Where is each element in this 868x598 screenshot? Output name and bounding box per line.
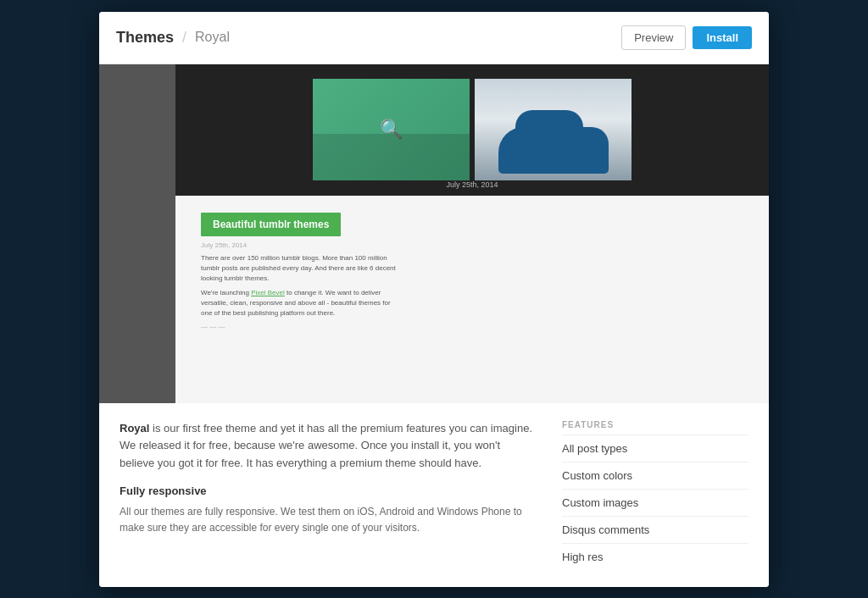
- car-green-image: 🔍: [313, 79, 470, 180]
- car-images: 🔍: [175, 64, 769, 196]
- modal-body: Royal is our first free theme and yet it…: [99, 403, 769, 587]
- install-button[interactable]: Install: [693, 26, 752, 49]
- themes-title: Themes: [116, 29, 174, 47]
- image-timestamp: July 25th, 2014: [446, 180, 498, 189]
- post-link[interactable]: Pixel Bevel: [251, 289, 285, 296]
- intro-text: is our first free theme and yet it has a…: [120, 422, 532, 470]
- section-title: Fully responsive: [120, 484, 537, 497]
- preview-button[interactable]: Preview: [621, 25, 686, 50]
- feature-label-5: High res: [562, 551, 603, 563]
- header-separator: /: [182, 29, 186, 47]
- post-text-2: We're launching Pixel Bevel to change it…: [201, 288, 396, 318]
- feature-label-1: All post types: [562, 442, 627, 455]
- feature-label-3: Custom images: [562, 496, 638, 509]
- preview-top: 🔍 July 25th, 2014: [175, 64, 769, 196]
- description-text: Royal is our first free theme and yet it…: [120, 420, 537, 473]
- car-silhouette: [498, 127, 609, 174]
- preview-bottom: Beautiful tumblr themes July 25th, 2014 …: [175, 196, 769, 403]
- modal-header: Themes / Royal Preview Install: [99, 12, 769, 64]
- feature-item-5: High res: [562, 544, 748, 570]
- description: Royal is our first free theme and yet it…: [120, 420, 537, 570]
- theme-name: Royal: [195, 30, 230, 45]
- preview-area: 🔍 July 25th, 2014 Beautiful tumblr theme…: [99, 64, 769, 403]
- feature-item-1: All post types: [562, 435, 748, 462]
- header-buttons: Preview Install: [621, 25, 752, 50]
- header-left: Themes / Royal: [116, 29, 230, 47]
- search-icon: 🔍: [380, 119, 403, 141]
- feature-label-4: Disqus comments: [562, 523, 649, 536]
- features-panel: FEATURES All post types Custom colors Cu…: [562, 420, 748, 570]
- features-title: FEATURES: [562, 420, 748, 435]
- feature-item-4: Disqus comments: [562, 517, 748, 544]
- feature-item-3: Custom images: [562, 490, 748, 517]
- feature-item-2: Custom colors: [562, 462, 748, 490]
- post-text-1: There are over 150 million tumblr blogs.…: [201, 253, 396, 284]
- sidebar-stub: [99, 64, 175, 403]
- post-footer: — — —: [201, 323, 743, 330]
- feature-label-2: Custom colors: [562, 469, 632, 482]
- theme-name-bold: Royal: [120, 422, 149, 435]
- car-photo-image: [475, 79, 632, 180]
- post-date: July 25th, 2014: [201, 241, 743, 249]
- car-photo-inner: [475, 79, 632, 180]
- preview-content: 🔍 July 25th, 2014 Beautiful tumblr theme…: [175, 64, 769, 403]
- section-text: All our themes are fully responsive. We …: [120, 504, 537, 536]
- theme-modal: Themes / Royal Preview Install 🔍: [99, 12, 769, 587]
- blog-title-banner: Beautiful tumblr themes: [201, 213, 341, 236]
